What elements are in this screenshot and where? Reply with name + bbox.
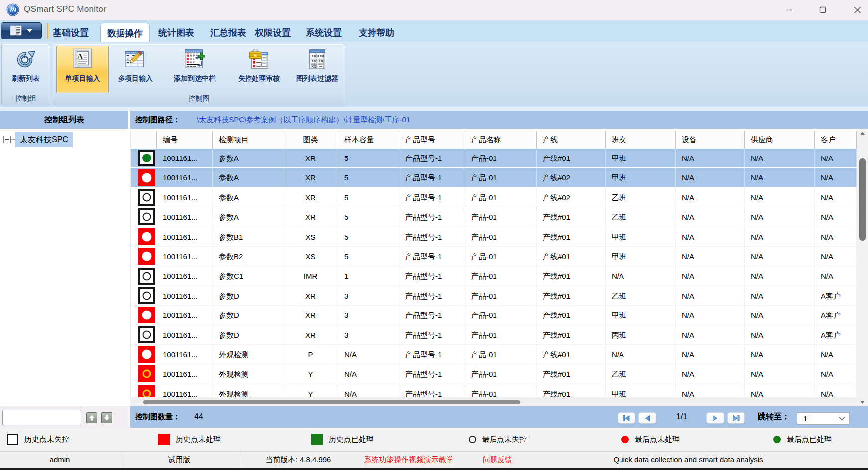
status-cell: admin <box>50 452 70 468</box>
table-row[interactable]: 1001161...参数DXR3产品型号-1产品-01产线#01丙班N/AN/A… <box>131 325 857 345</box>
row-status-cell <box>131 207 157 227</box>
tab-3[interactable]: 统计图表 <box>151 20 201 42</box>
table-header-cell[interactable]: 产线 <box>537 131 606 149</box>
table-header-cell[interactable]: 供应商 <box>745 131 815 149</box>
add-to-selected-button[interactable]: 添加到选中栏 <box>162 46 227 94</box>
table-cell: 产品型号-1 <box>399 149 465 168</box>
table-header-cell[interactable]: 产品名称 <box>465 131 537 149</box>
table-header-cell[interactable]: 样本容量 <box>338 131 399 149</box>
status-circle <box>143 330 151 339</box>
arrow-down-icon <box>103 414 110 421</box>
app-logo-icon <box>6 3 19 16</box>
table-cell: XR <box>283 188 338 207</box>
ribbon-button-label: 单项目输入 <box>65 74 100 83</box>
tab-5[interactable]: 权限设置 <box>248 20 298 42</box>
minimize-button[interactable] <box>775 0 804 20</box>
status-circle <box>143 389 151 397</box>
tree-search-input[interactable] <box>2 410 81 425</box>
table-row[interactable]: 1001161...参数B1XS5产品型号-1产品-01产线#01甲班N/AN/… <box>131 227 857 247</box>
content-area: 太友科技SPC 编号检测项目图类样本容量产品型号产品名称产线班次设备供应商客户 … <box>0 129 868 406</box>
status-link[interactable]: 问题反馈 <box>483 452 512 468</box>
status-red-square-white-circle-icon <box>138 248 155 265</box>
table-cell: XR <box>283 325 338 345</box>
legend-label: 历史点未处理 <box>176 435 221 444</box>
table-cell: N/A <box>676 364 745 384</box>
scroll-up-arrow-icon[interactable] <box>857 129 868 137</box>
table-cell: 1001161... <box>157 364 213 384</box>
table-header-cell[interactable]: 产品型号 <box>399 131 465 149</box>
table-row[interactable]: 1001161...参数AXR5产品型号-1产品-01产线#01乙班N/AN/A… <box>131 207 857 227</box>
table-row[interactable]: 1001161...参数DXR3产品型号-1产品-01产线#01甲班N/AN/A… <box>131 306 857 325</box>
next-page-button[interactable] <box>706 412 724 424</box>
chart-list-filter-icon: XX XXX XX XX XX <box>306 48 328 71</box>
first-page-icon <box>622 415 630 422</box>
last-page-button[interactable] <box>727 412 745 424</box>
chart-count-label: 控制图数量： <box>135 406 180 427</box>
table-cell: N/A <box>745 306 815 325</box>
close-icon <box>854 6 861 14</box>
table-cell: N/A <box>815 149 857 168</box>
vertical-scrollbar-thumb[interactable] <box>859 158 866 241</box>
table-row[interactable]: 1001161...参数C1IMR1产品型号-1产品-01产线#01N/AN/A… <box>131 266 857 286</box>
table-cell: A客户 <box>815 306 857 325</box>
ooc-handling-audit-icon <box>248 48 270 71</box>
status-link[interactable]: 系统功能操作视频演示教学 <box>364 452 454 468</box>
status-white-square-outline-circle-icon <box>138 326 155 343</box>
goto-page-select[interactable]: 1 <box>797 412 850 425</box>
first-page-button[interactable] <box>618 412 635 424</box>
chart-list-filter-button[interactable]: XX XXX XX XX XX 图列表过滤器 <box>291 46 344 94</box>
legend-label: 最后点未失控 <box>482 435 527 444</box>
status-white-square-outline-circle-icon <box>138 189 155 206</box>
table-row[interactable]: 1001161...参数B2XS5产品型号-1产品-01产线#01甲班N/AN/… <box>131 247 857 266</box>
search-down-button[interactable] <box>101 412 112 423</box>
tree-search-zone <box>0 406 130 428</box>
tab-4[interactable]: 汇总报表 <box>203 20 253 42</box>
previous-page-button[interactable] <box>638 412 656 424</box>
tab-6[interactable]: 系统设置 <box>299 20 349 42</box>
table-row[interactable]: 1001161...参数AXR5产品型号-1产品-01产线#02甲班N/AN/A… <box>131 168 857 187</box>
table-cell: N/A <box>606 345 676 364</box>
refresh-list-button[interactable]: 刷新列表 <box>4 46 47 94</box>
table-cell: 产品-01 <box>465 345 537 364</box>
tab-1[interactable]: 基础设置 <box>46 20 96 42</box>
tab-2[interactable]: 数据操作 <box>100 23 150 42</box>
table-row[interactable]: 1001161...参数DXR3产品型号-1产品-01产线#01乙班N/AN/A… <box>131 286 857 306</box>
table-cell: 产品型号-1 <box>399 207 465 227</box>
table-row[interactable]: 1001161...外观检测YN/A产品型号-1产品-01产线#01甲班N/AN… <box>131 384 857 397</box>
table-header-cell[interactable]: 检测项目 <box>213 131 283 149</box>
table-row[interactable]: 1001161...外观检测PN/A产品型号-1产品-01产线#01N/AN/A… <box>131 345 857 364</box>
search-up-button[interactable] <box>86 412 97 423</box>
horizontal-scrollbar[interactable] <box>130 397 857 406</box>
title-bar: QSmart SPC Monitor <box>0 0 868 20</box>
app-title: QSmart SPC Monitor <box>24 4 106 14</box>
tree-expand-icon[interactable] <box>3 136 11 143</box>
table-cell: 5 <box>338 247 399 266</box>
horizontal-scrollbar-thumb[interactable] <box>143 400 520 404</box>
table-row[interactable]: 1001161...参数AXR5产品型号-1产品-01产线#01甲班N/AN/A… <box>131 149 857 168</box>
tab-7[interactable]: 支持帮助 <box>352 20 401 42</box>
table-row[interactable]: 1001161...外观检测YN/A产品型号-1产品-01产线#01乙班N/AN… <box>131 364 857 384</box>
ribbon-group-title: 控制组 <box>2 93 50 105</box>
ooc-handling-audit-button[interactable]: 失控处理审核 <box>229 46 289 94</box>
table-cell: XR <box>283 207 338 227</box>
scroll-down-arrow-icon[interactable] <box>857 398 868 406</box>
table-header-cell[interactable]: 编号 <box>157 131 213 149</box>
status-red-square-white-circle-icon <box>138 228 155 245</box>
table-cell: 1001161... <box>157 168 213 187</box>
close-button[interactable] <box>843 0 868 20</box>
window-bottom-edge <box>0 468 868 470</box>
table-header-cell[interactable]: 设备 <box>676 131 745 149</box>
table-header-cell[interactable]: 图类 <box>283 131 338 149</box>
maximize-button[interactable] <box>808 0 837 20</box>
table-cell: 参数D <box>213 325 283 345</box>
table-cell: N/A <box>745 227 815 247</box>
status-circle <box>142 350 152 359</box>
single-item-entry-button[interactable]: A 单项目输入 <box>56 46 109 94</box>
multi-item-entry-button[interactable]: 多项目输入 <box>111 46 160 94</box>
table-row[interactable]: 1001161...参数AXR5产品型号-1产品-01产线#02乙班N/AN/A… <box>131 188 857 207</box>
table-header-cell[interactable]: 班次 <box>606 131 676 149</box>
table-header-cell[interactable]: 客户 <box>815 131 857 149</box>
table-cell: N/A <box>338 345 399 364</box>
table-cell: 5 <box>338 207 399 227</box>
vertical-scrollbar[interactable] <box>857 129 868 406</box>
